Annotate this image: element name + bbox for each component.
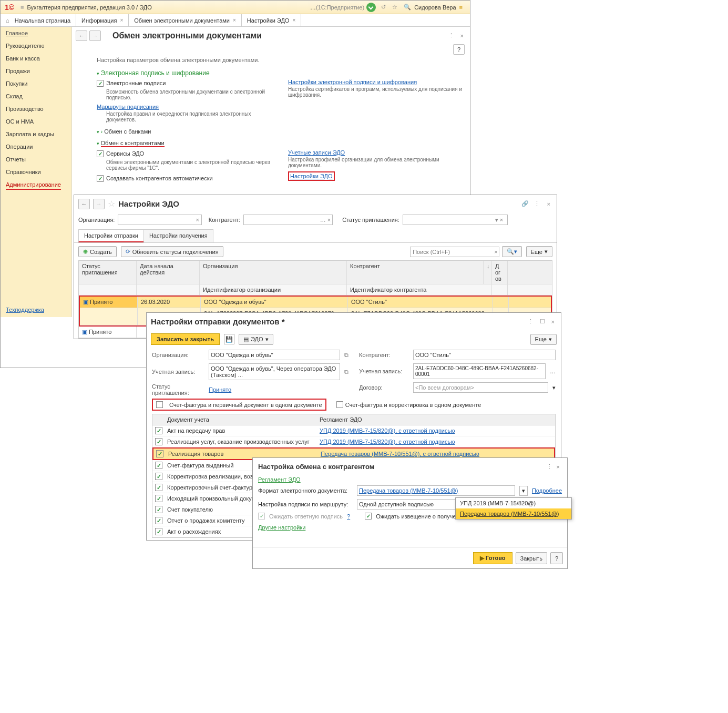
dropdown-option[interactable]: Передача товаров (ММВ-7-10/551@) [456, 508, 571, 519]
ready-button[interactable]: Готово [473, 552, 512, 564]
checkbox-correction[interactable] [336, 401, 343, 408]
more-icon[interactable]: ⋮ [446, 30, 456, 41]
create-button[interactable]: ⊕Создать [78, 246, 117, 257]
side-item[interactable]: ОС и НМА [1, 115, 71, 128]
titlebar: 1© ≡ Бухгалтерия предприятия, редакция 3… [1, 1, 470, 14]
side-item[interactable]: Зарплата и кадры [1, 128, 71, 140]
org-field[interactable]: ООО "Одежда и обувь" [209, 350, 340, 360]
app-mode: (1С:Предприятие) [316, 4, 364, 11]
dropdown-option[interactable]: УПД 2019 (ММВ-7-15/820@) [456, 498, 571, 508]
account-field[interactable]: ООО "Одежда и обувь", Через оператора ЭД… [209, 363, 340, 380]
side-item[interactable]: Справочники [1, 166, 71, 178]
link-routes[interactable]: Маршруты подписания [97, 104, 159, 110]
subtab-send[interactable]: Настройки отправки [78, 229, 144, 242]
section-contractors[interactable]: Обмен с контрагентами [71, 137, 470, 149]
side-item[interactable]: Склад [1, 90, 71, 103]
side-main[interactable]: Главное [1, 27, 71, 39]
section-banks[interactable]: › Обмен с банками [71, 126, 470, 137]
close-icon[interactable]: × [233, 17, 236, 23]
table-row[interactable]: ▣ Принято 26.03.2020 ООО "Одежда и обувь… [80, 297, 551, 308]
save-icon[interactable]: 💾 [224, 334, 234, 344]
format-dropdown[interactable]: Передача товаров (ММВ-7-10/551@) [357, 485, 515, 496]
more-button[interactable]: Еще ▾ [530, 334, 557, 345]
app-title: Бухгалтерия предприятия, редакция 3.0 / … [27, 4, 152, 11]
more-icon[interactable]: ⋮ [545, 461, 555, 472]
back-button[interactable]: ← [76, 30, 87, 41]
account2-field[interactable]: 2AL-E7ADDC60-D48C-489C-BBAA-F241A5260682… [413, 363, 546, 379]
forward-button[interactable]: → [93, 199, 105, 209]
status-input[interactable] [403, 215, 508, 225]
section-signature[interactable]: Электронная подпись и шифрование [71, 67, 470, 79]
tab-edo-settings[interactable]: Настройки ЭДО× [242, 14, 301, 26]
user-name[interactable]: Сидорова Вера [414, 4, 456, 11]
subtab-receive[interactable]: Настройки получения [143, 229, 213, 242]
sidebar: Главное Руководителю Банк и касса Продаж… [1, 27, 71, 317]
logo-1c: 1© [5, 3, 14, 12]
page-title: Обмен электронными документами [112, 31, 262, 40]
more-icon[interactable]: ⋮ [532, 198, 542, 209]
link-icon[interactable]: 🔗 [521, 200, 529, 207]
more-button[interactable]: Еще ▾ [526, 246, 552, 257]
side-item[interactable]: Отчеты [1, 153, 71, 166]
close-icon[interactable]: × [549, 317, 557, 327]
side-item[interactable]: Банк и касса [1, 52, 71, 65]
side-item[interactable]: Покупки [1, 77, 71, 90]
side-item[interactable]: Руководителю [1, 39, 71, 52]
tab-home[interactable]: Начальная страница [1, 14, 76, 26]
status-link[interactable]: Принято [209, 386, 231, 393]
side-item[interactable]: Производство [1, 103, 71, 115]
format-dropdown-list: УПД 2019 (ММВ-7-15/820@) Передача товаро… [455, 497, 572, 520]
link-sign-settings[interactable]: Настройки электронной подписи и шифрован… [288, 79, 417, 85]
contractor-field[interactable]: ООО "Стиль" [413, 350, 556, 360]
tab-info[interactable]: Информация× [76, 14, 129, 26]
history-icon[interactable]: ↺ [378, 2, 389, 12]
help-button[interactable]: ? [550, 552, 563, 564]
search-input[interactable] [410, 247, 499, 257]
support-link[interactable]: Техподдержка [1, 302, 71, 317]
link-edo-settings[interactable]: Настройки ЭДО [288, 171, 335, 181]
back-button[interactable]: ← [78, 199, 90, 209]
checkbox-wait-notice[interactable] [365, 513, 372, 520]
close-icon[interactable]: × [292, 17, 295, 23]
checkbox-auto-contractors[interactable] [97, 175, 104, 182]
forward-button[interactable]: → [89, 30, 101, 41]
notifications-icon[interactable] [366, 3, 376, 12]
more-icon[interactable]: ⋮ [526, 316, 536, 327]
other-settings-link[interactable]: Другие настройки [253, 521, 567, 534]
contract-field[interactable]: <По всем договорам> [413, 382, 548, 393]
link-edo-accounts[interactable]: Учетные записи ЭДО [288, 149, 345, 156]
org-input[interactable] [118, 215, 202, 225]
close-icon[interactable]: × [555, 462, 562, 472]
menu-icon[interactable]: ≡ [456, 3, 466, 12]
search-button[interactable]: 🔍▾ [502, 246, 522, 257]
edo-menu[interactable]: ▤ ЭДО ▾ [239, 334, 273, 345]
save-close-button[interactable]: Записать и закрыть [151, 333, 220, 345]
close-icon[interactable]: × [545, 199, 552, 209]
maximize-icon[interactable]: ☐ [540, 318, 545, 325]
checkbox-wait-sign [258, 513, 265, 520]
section-reglament[interactable]: Регламент ЭДО [253, 475, 567, 484]
side-item[interactable]: Продажи [1, 65, 71, 77]
close-icon[interactable]: × [458, 30, 466, 41]
checkbox-single-doc[interactable] [156, 401, 163, 408]
close-button[interactable]: Закрыть [516, 552, 547, 564]
side-admin[interactable]: Администрирование [6, 180, 61, 190]
checkbox-edo-services[interactable] [97, 150, 104, 157]
favorite-icon[interactable]: ☆ [389, 2, 401, 12]
table-row[interactable]: Реализация услуг, оказание производствен… [152, 436, 555, 447]
page-desc: Настройка параметров обмена электронными… [71, 55, 470, 67]
more-link[interactable]: Подробнее [532, 487, 562, 494]
main-tabs: Начальная страница Информация× Обмен эле… [1, 14, 470, 27]
contractor-input[interactable] [243, 215, 333, 225]
side-item[interactable]: Операции [1, 140, 71, 153]
window-title: Настройки ЭДО [118, 199, 179, 208]
window-title: Настройка обмена с контрагентом [258, 463, 545, 471]
close-icon[interactable]: × [120, 17, 123, 23]
help-button[interactable]: ? [453, 44, 465, 55]
tab-edo-exchange[interactable]: Обмен электронными документами× [129, 14, 242, 26]
refresh-button[interactable]: ⟳Обновить статусы подключения [121, 246, 223, 257]
table-row[interactable]: Акт на передачу правУПД 2019 (ММВ-7-15/8… [152, 425, 555, 436]
search-icon[interactable]: 🔍 [401, 2, 414, 12]
checkbox-esign[interactable] [97, 80, 104, 87]
star-icon[interactable]: ☆ [108, 199, 115, 209]
